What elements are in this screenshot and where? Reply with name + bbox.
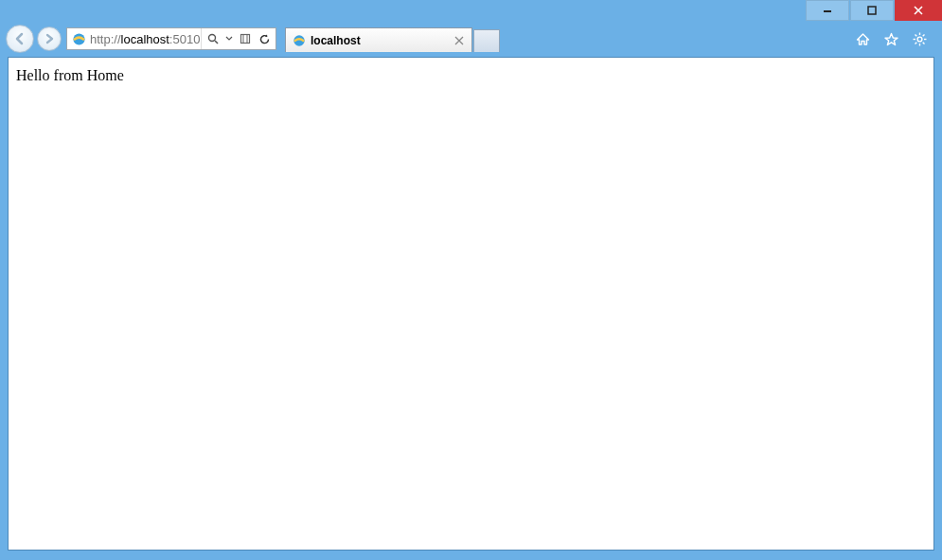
- forward-button[interactable]: [37, 26, 62, 51]
- browser-toolbar: http://localhost:50103/: [0, 25, 942, 53]
- star-icon: [883, 31, 899, 47]
- search-icon: [207, 33, 220, 45]
- svg-line-17: [922, 42, 924, 44]
- search-button[interactable]: [205, 31, 221, 46]
- compat-view-button[interactable]: [238, 31, 253, 46]
- new-tab-button[interactable]: [473, 29, 500, 52]
- search-dropdown-button[interactable]: [224, 31, 234, 46]
- url-text: http://localhost:50103/: [90, 31, 201, 46]
- window-titlebar: [0, 0, 942, 25]
- tab-active[interactable]: localhost: [285, 27, 472, 52]
- ie-window: http://localhost:50103/: [0, 0, 942, 560]
- home-icon: [855, 31, 871, 47]
- url-host: localhost: [121, 32, 169, 46]
- close-icon: [454, 36, 464, 45]
- close-button[interactable]: [895, 0, 942, 21]
- svg-rect-7: [241, 35, 250, 44]
- window-controls: [806, 0, 942, 25]
- gear-icon: [912, 31, 928, 47]
- tab-close-button[interactable]: [453, 34, 466, 47]
- url-rest: :50103/: [169, 32, 201, 46]
- svg-line-18: [922, 34, 924, 36]
- tab-strip: localhost: [285, 26, 500, 52]
- back-arrow-icon: [12, 31, 27, 46]
- svg-point-5: [208, 34, 215, 41]
- home-button[interactable]: [853, 29, 872, 48]
- favorites-button[interactable]: [881, 29, 900, 48]
- forward-arrow-icon: [43, 32, 56, 45]
- refresh-icon: [258, 33, 271, 45]
- svg-rect-1: [868, 7, 876, 14]
- page-text: Hello from Home: [16, 67, 124, 83]
- chevron-down-icon: [225, 35, 233, 43]
- address-tools: [201, 28, 275, 49]
- page-viewport: Hello from Home: [8, 57, 934, 551]
- maximize-button[interactable]: [850, 0, 894, 21]
- tools-button[interactable]: [910, 29, 929, 48]
- back-button[interactable]: [6, 25, 34, 53]
- maximize-icon: [866, 5, 878, 16]
- minimize-button[interactable]: [806, 0, 849, 21]
- close-icon: [913, 5, 924, 16]
- svg-point-11: [917, 37, 922, 42]
- url-prefix: http://: [90, 32, 121, 46]
- minimize-icon: [822, 5, 833, 16]
- tab-title: localhost: [311, 34, 448, 47]
- svg-line-16: [915, 34, 916, 36]
- svg-line-6: [215, 41, 218, 44]
- toolbar-right-icons: [853, 29, 936, 48]
- svg-line-19: [915, 42, 916, 44]
- compat-view-icon: [240, 33, 251, 44]
- refresh-button[interactable]: [257, 31, 272, 46]
- ie-favicon-icon: [292, 33, 306, 47]
- page-body: Hello from Home: [9, 58, 933, 94]
- address-bar[interactable]: http://localhost:50103/: [66, 27, 276, 50]
- ie-logo-icon: [70, 30, 87, 47]
